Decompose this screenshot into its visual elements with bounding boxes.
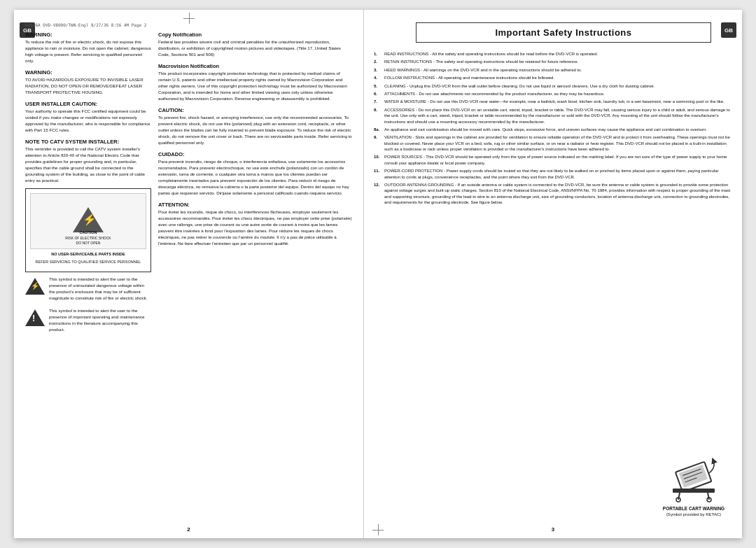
list-item: 5.CLEANING - Unplug this DVD-VCR from th…	[374, 83, 732, 89]
list-num: 11.	[374, 168, 382, 180]
list-item: 9.VENTILATION - Slots and openings in th…	[374, 134, 732, 152]
list-item: 11.POWER-CORD PROTECTION - Power supply …	[374, 168, 732, 180]
caution-line1: NO USER-SERVICEABLE PARTS INSIDE	[30, 252, 146, 258]
warning1-text: To reduce the risk of fire or electric s…	[25, 39, 151, 64]
list-text: POWER SOURCES - This DVD-VCR should be o…	[384, 154, 732, 166]
catv-text: This reminder is provided to call the CA…	[25, 146, 151, 184]
list-num: 9.	[374, 134, 382, 152]
list-item: 4.FOLLOW INSTRUCTIONS - All operating an…	[374, 75, 732, 80]
list-num: 7.	[374, 99, 382, 104]
page-right: Important Safety Instructions GB 1.READ …	[364, 10, 742, 538]
list-text: WATER & MOISTURE - Do not use this DVD-V…	[384, 99, 724, 104]
right-col-layout: 1.READ INSTRUCTIONS - All the safety and…	[374, 51, 732, 208]
caution-line2: REFER SERVICING TO QUALIFIED SERVICE PER…	[30, 260, 146, 265]
list-num: 10.	[374, 154, 382, 166]
list-text: POWER-CORD PROTECTION - Power supply cor…	[384, 168, 732, 180]
list-num: 12.	[374, 182, 382, 206]
page-title: Important Safety Instructions	[416, 22, 711, 43]
symbol2-text: This symbol is intended to alert the use…	[49, 308, 151, 333]
symbol2-row: ! This symbol is intended to alert the u…	[25, 308, 151, 335]
list-text: HEED WARNINGS - All warnings on the DVD-…	[384, 67, 582, 73]
list-text: FOLLOW INSTRUCTIONS - All operating and …	[384, 75, 554, 80]
portable-cart-area: PORTABLE CART WARNING (Symbol provided b…	[655, 454, 732, 517]
list-text: OUTDOOR ANTENNA GROUNDING - If an outsid…	[384, 182, 732, 206]
cuidado-text: Para prevenir incendio, riesgo de choque…	[158, 159, 352, 197]
list-num: 4.	[374, 75, 382, 80]
list-item: 8a.An appliance and cart combination sho…	[374, 127, 732, 132]
user-installer-title: USER INSTALLER CAUTION:	[25, 101, 151, 107]
page-number-right: 3	[552, 526, 554, 533]
caution-section-title: CAUTION:	[158, 107, 352, 113]
copy-text: Federal law provides severe civil and cr…	[158, 39, 352, 58]
list-text: An appliance and cart combination should…	[384, 127, 707, 132]
cuidado-title: CUIDADO:	[158, 151, 352, 157]
attention-title: ATTENTION:	[158, 202, 352, 208]
list-text: ACCESSORIES - Do not place this DVD-VCR …	[384, 107, 732, 125]
warning2-title: WARNING:	[25, 69, 151, 76]
symbol1-row: ⚡ This symbol is intended to alert the u…	[25, 276, 151, 304]
list-num: 8a.	[374, 127, 382, 132]
list-item: 7.WATER & MOISTURE - Do not use this DVD…	[374, 99, 732, 104]
macrovision-title: Macrovision Notification	[158, 63, 352, 69]
list-num: 2.	[374, 59, 382, 64]
list-item: 1.READ INSTRUCTIONS - All the safety and…	[374, 51, 732, 57]
attention-text: Pour éviter les incendis, risque de choc…	[158, 209, 352, 247]
macrovision-text: This product incorporates copyright prot…	[158, 71, 352, 102]
left-warnings: WARNING: To reduce the risk of fire or e…	[25, 31, 151, 335]
gb-badge-right: GB	[721, 22, 736, 38]
list-item: 10.POWER SOURCES - This DVD-VCR should b…	[374, 154, 732, 166]
list-text: VENTILATION - Slots and openings in the …	[384, 134, 732, 152]
exclaim-triangle-icon: !	[25, 308, 45, 328]
caution-box: ⚡ CAUTION RISK OF ELECTRIC SHOCKDO NOT O…	[25, 188, 151, 272]
right-notifications: Copy Notification Federal law provides s…	[158, 31, 352, 335]
page-left: 01616A DVD-V8000/TWN-Engl 8/27/36 8:56 A…	[14, 10, 364, 538]
list-text: CLEANING - Unplug this DVD-VCR from the …	[384, 83, 654, 89]
list-num: 8.	[374, 107, 382, 125]
list-num: 3.	[374, 67, 382, 73]
list-text: READ INSTRUCTIONS - All the safety and o…	[384, 51, 598, 57]
cart-warning-sub: (Symbol provided by RETAC)	[655, 512, 732, 517]
caution-inner-sub: RISK OF ELECTRIC SHOCKDO NOT OPEN	[31, 236, 146, 246]
list-text: ATTACHMENTS - Do not use attachments not…	[384, 91, 605, 97]
copy-title: Copy Notification	[158, 31, 352, 38]
numbered-instructions: 1.READ INSTRUCTIONS - All the safety and…	[374, 51, 732, 208]
caution-image: ⚡ CAUTION RISK OF ELECTRIC SHOCKDO NOT O…	[30, 193, 146, 249]
warning2-text: TO AVOID HAZARDOUS EXPOSURE TO INVISIBLE…	[25, 77, 151, 96]
caution-section-text: To prevent fire, shock hazard, or annoyi…	[158, 115, 352, 146]
warning1-title: WARNING:	[25, 31, 151, 38]
list-item: 8.ACCESSORIES - Do not place this DVD-VC…	[374, 107, 732, 125]
page-spread: GB 01616A DVD-V8000/TWN-Engl 8/27/36 8:5…	[14, 10, 742, 538]
crosshair-bottom	[372, 524, 384, 535]
list-item: 6.ATTACHMENTS - Do not use attachments n…	[374, 91, 732, 97]
list-num: 1.	[374, 51, 382, 57]
cart-svg	[666, 454, 722, 503]
symbol1-text: This symbol is intended to alert the use…	[49, 276, 151, 302]
caution-inner-label: CAUTION	[31, 230, 146, 234]
left-content: WARNING: To reduce the risk of fire or e…	[25, 31, 352, 335]
list-item: 12.OUTDOOR ANTENNA GROUNDING - If an out…	[374, 182, 732, 206]
list-item: 3.HEED WARNINGS - All warnings on the DV…	[374, 67, 732, 73]
user-installer-text: Your authority to operate this FCC certi…	[25, 108, 151, 134]
page-number-left: 2	[187, 526, 190, 533]
instructions-list: 1.READ INSTRUCTIONS - All the safety and…	[374, 51, 732, 206]
lightning-triangle-icon: ⚡	[25, 276, 45, 296]
crosshair-top	[183, 13, 195, 24]
list-text: RETAIN INSTRUCTIONS - The safety and ope…	[384, 59, 578, 64]
list-num: 6.	[374, 91, 382, 97]
catv-title: NOTE TO CATV SYSTEM INSTALLER:	[25, 139, 151, 145]
cart-warning-label: PORTABLE CART WARNING	[655, 505, 732, 512]
svg-rect-0	[673, 489, 715, 493]
list-num: 5.	[374, 83, 382, 89]
list-item: 2.RETAIN INSTRUCTIONS - The safety and o…	[374, 59, 732, 64]
